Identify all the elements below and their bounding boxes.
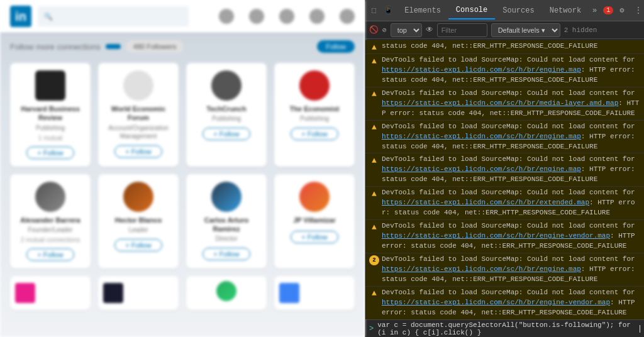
- card-title-2: Publishing: [191, 114, 262, 123]
- tab-elements[interactable]: Elements: [397, 3, 448, 19]
- msg-link-6[interactable]: http​s://static-exp1.licdn.com/sc/h/br/e…: [382, 265, 581, 273]
- warn-badge-0: ▲: [369, 56, 379, 66]
- card-follow-3: + Follow: [291, 128, 338, 140]
- tab-console[interactable]: Console: [448, 2, 495, 19]
- msg-text-7: DevTools failed to load SourceMap: Could…: [382, 288, 640, 318]
- tab-followers-btn: 480 Followers: [126, 40, 184, 53]
- device-icon[interactable]: 📱: [380, 3, 397, 18]
- msg-link-5[interactable]: http​s://static-exp1.licdn.com/sc/h/br/e…: [382, 232, 610, 240]
- li-card-1: World Economic Forum Account/Organizatio…: [98, 63, 179, 167]
- msg-5: ▲ DevTools failed to load SourceMap: Cou…: [365, 220, 644, 253]
- settings-icon[interactable]: ⚙: [616, 3, 628, 18]
- devtools-tabbar[interactable]: ⬚ 📱 Elements Console Sources Network » 1…: [365, 0, 644, 21]
- msg-link-7[interactable]: http​s://static-exp1.licdn.com/sc/h/br/e…: [382, 299, 610, 306]
- avatar-person-2: [211, 182, 242, 212]
- msg-link-2[interactable]: http​s://static-exp1.licdn.com/sc/h/br/e…: [382, 133, 581, 140]
- bottom-card-2: [186, 276, 267, 310]
- avatar-hbr: [35, 70, 65, 101]
- more-tabs-icon[interactable]: »: [589, 4, 601, 18]
- warn-badge-7: ▲: [369, 289, 379, 299]
- card-name-0: Harvard Business Review: [15, 104, 86, 123]
- tab-sources[interactable]: Sources: [495, 3, 541, 19]
- msg-text-top: status code 404, net::ERR_HTTP_RESPONSE_…: [382, 41, 640, 52]
- msg-text-2: DevTools failed to load SourceMap: Could…: [382, 122, 640, 152]
- context-select[interactable]: top: [391, 23, 422, 37]
- person-name-2: Carlos Arturo Ramirez: [191, 216, 262, 234]
- linkedin-org-grid: Harvard Business Review Publishing 1 mut…: [10, 63, 355, 167]
- msg-link-0[interactable]: http​s://static-exp1.licdn.com/sc/h/br/e…: [382, 66, 581, 74]
- msg-link-1[interactable]: http​s://static-exp1.licdn.com/sc/h/br/m…: [382, 99, 618, 107]
- linkedin-background: in 🔍 Follow more connections 480 Followe…: [0, 0, 365, 337]
- person-follow-0: + Follow: [26, 248, 74, 261]
- more-menu-icon[interactable]: ⋮: [631, 3, 644, 18]
- bottom-card-3: [274, 276, 355, 310]
- linkedin-tabs: Follow more connections 480 Followers Fo…: [10, 40, 355, 53]
- li-person-1: Hector Blanco Leader + Follow: [98, 174, 179, 268]
- tab-network[interactable]: Network: [542, 3, 589, 19]
- tab-active-btn: [106, 44, 121, 49]
- console-input-row[interactable]: > var c = document.querySelectorAll("but…: [365, 319, 644, 337]
- eye-icon[interactable]: 👁: [426, 25, 433, 35]
- msg-text-6: DevTools failed to load SourceMap: Could…: [382, 255, 640, 285]
- person-title-2: Director: [191, 235, 262, 243]
- person-follow-2: + Follow: [203, 248, 250, 260]
- msg-4: ▲ DevTools failed to load SourceMap: Cou…: [365, 187, 644, 220]
- card-follow-1: + Follow: [114, 145, 162, 158]
- msg-7: ▲ DevTools failed to load SourceMap: Cou…: [365, 287, 644, 319]
- bottom-logo-1: [103, 283, 123, 303]
- console-toolbar: 🚫 ⊘ top 👁 Default levels ▾ 2 hidden: [365, 21, 644, 39]
- person-title-1: Leader: [103, 226, 174, 234]
- avatar-tc: [211, 70, 242, 101]
- msg-0: ▲ DevTools failed to load SourceMap: Cou…: [365, 54, 644, 87]
- li-person-2: Carlos Arturo Ramirez Director + Follow: [186, 174, 267, 268]
- card-name-2: TechCrunch: [191, 104, 262, 113]
- li-card-0: Harvard Business Review Publishing 1 mut…: [10, 63, 91, 167]
- levels-select[interactable]: Default levels ▾: [491, 23, 560, 37]
- person-follow-3: + Follow: [291, 231, 338, 243]
- tab-follow-label: Follow more connections: [10, 42, 101, 52]
- card-follow-0: + Follow: [26, 146, 74, 159]
- msg-6: 2 DevTools failed to load SourceMap: Cou…: [365, 253, 644, 287]
- person-name-3: JP Villamizar: [279, 216, 350, 224]
- person-name-1: Hector Blanco: [103, 216, 174, 224]
- msg-text-1: DevTools failed to load SourceMap: Could…: [382, 89, 640, 119]
- warn-badge-6: 2: [369, 255, 379, 265]
- hidden-count: 2 hidden: [564, 26, 597, 34]
- card-title-0: Publishing: [15, 124, 86, 132]
- linkedin-bottom-logos: [10, 276, 355, 310]
- avatar-economist: [299, 70, 330, 101]
- person-name-0: Alexander Barrera: [15, 216, 86, 224]
- li-card-2: TechCrunch Publishing + Follow: [186, 63, 267, 167]
- linkedin-people-grid: Alexander Barrera Founder/Leader 2 mutua…: [10, 174, 355, 268]
- msg-2: ▲ DevTools failed to load SourceMap: Cou…: [365, 121, 644, 154]
- li-person-0: Alexander Barrera Founder/Leader 2 mutua…: [10, 174, 91, 268]
- linkedin-search: 🔍: [38, 6, 189, 26]
- avatar-person-3: [299, 182, 330, 212]
- msg-text-3: DevTools failed to load SourceMap: Could…: [382, 155, 640, 185]
- warn-badge-2: ▲: [369, 123, 379, 133]
- console-prompt: >: [369, 324, 374, 333]
- console-input-text[interactable]: var c = document.querySelectorAll("butto…: [377, 321, 640, 336]
- filter-input[interactable]: [437, 23, 487, 37]
- avatar-wef: [123, 70, 153, 101]
- warn-badge-5: ▲: [369, 222, 379, 232]
- msg-link-3[interactable]: http​s://static-exp1.licdn.com/sc/h/br/e…: [382, 165, 581, 173]
- msg-text-4: DevTools failed to load SourceMap: Could…: [382, 188, 640, 218]
- bottom-card-0: [10, 276, 91, 310]
- msg-3: ▲ DevTools failed to load SourceMap: Cou…: [365, 153, 644, 187]
- bottom-logo-0: [15, 283, 35, 303]
- linkedin-header: in 🔍: [0, 0, 365, 33]
- msg-text-0: DevTools failed to load SourceMap: Could…: [382, 55, 640, 86]
- msg-top: ▲ status code 404, net::ERR_HTTP_RESPONS…: [365, 40, 644, 54]
- devtools-right-icons: » 1 ⚙ ⋮: [589, 3, 644, 18]
- li-card-3: The Economist Publishing + Follow: [274, 63, 355, 167]
- follow-all-btn: Follow: [317, 40, 355, 53]
- msg-link-4[interactable]: http​s://static-exp1.licdn.com/sc/h/br/e…: [382, 199, 589, 206]
- msg-text-5: DevTools failed to load SourceMap: Could…: [382, 221, 640, 251]
- clear-console-icon[interactable]: 🚫: [369, 25, 379, 35]
- inspect-icon[interactable]: ⬚: [368, 3, 380, 18]
- cursor: [640, 325, 640, 333]
- console-messages-list: ▲ status code 404, net::ERR_HTTP_RESPONS…: [365, 39, 644, 319]
- bottom-avatar-2: [216, 281, 236, 301]
- bottom-logo-3: [279, 283, 299, 303]
